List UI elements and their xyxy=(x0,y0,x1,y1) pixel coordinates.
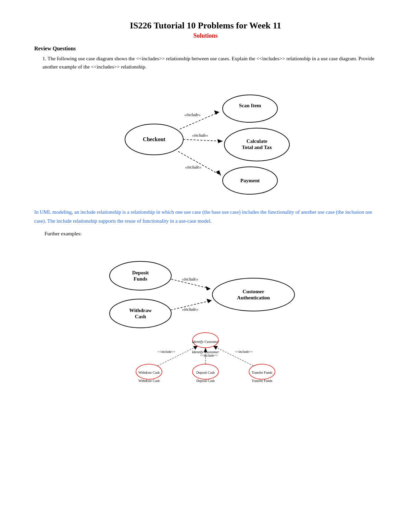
question-text: 1. The following use case diagram shows … xyxy=(42,54,377,71)
svg-text:Identify Customer: Identify Customer xyxy=(191,339,219,344)
svg-text:Cash: Cash xyxy=(135,314,146,319)
diagram2-container: Deposit Funds Withdraw Cash Customer Aut… xyxy=(34,245,377,389)
svg-text:«include»: «include» xyxy=(182,277,198,282)
svg-text:Deposit: Deposit xyxy=(132,270,149,275)
svg-marker-52 xyxy=(213,346,218,350)
svg-text:Payment: Payment xyxy=(240,178,260,183)
review-questions-heading: Review Questions xyxy=(34,46,377,52)
svg-text:Deposit Cash: Deposit Cash xyxy=(196,371,215,374)
svg-text:Checkout: Checkout xyxy=(143,136,165,142)
page-title: IS226 Tutorial 10 Problems for Week 11 xyxy=(34,21,377,31)
svg-text:<<include>>: <<include>> xyxy=(235,350,253,354)
diagram1-container: Checkout Scan Item Calculate Total and T… xyxy=(34,81,377,198)
svg-point-2 xyxy=(223,95,277,122)
svg-marker-31 xyxy=(207,299,212,303)
svg-point-24 xyxy=(212,278,295,311)
svg-line-45 xyxy=(158,346,198,366)
svg-text:Total and Tax: Total and Tax xyxy=(242,145,272,150)
svg-marker-16 xyxy=(216,170,221,175)
further-examples-label: Further examples: xyxy=(45,231,377,237)
svg-text:Withdraw Cash: Withdraw Cash xyxy=(138,371,160,374)
solutions-title: Solutions xyxy=(34,32,377,39)
svg-text:«include»: «include» xyxy=(185,165,201,170)
svg-text:«include»: «include» xyxy=(192,133,208,138)
svg-text:«include»: «include» xyxy=(182,307,198,312)
svg-text:Scan Item: Scan Item xyxy=(239,103,261,108)
explanation-text: In UML modeling, an include relationship… xyxy=(34,208,377,225)
svg-marker-28 xyxy=(206,286,211,290)
svg-text:«include»: «include» xyxy=(184,112,200,117)
svg-text:Withdraw: Withdraw xyxy=(129,308,152,313)
svg-text:Authentication: Authentication xyxy=(237,295,270,300)
svg-text:Funds: Funds xyxy=(134,276,147,282)
svg-text:<<include>>: <<include>> xyxy=(200,354,218,357)
svg-point-21 xyxy=(110,299,171,328)
svg-text:Transfer Funds: Transfer Funds xyxy=(252,371,273,374)
svg-marker-46 xyxy=(193,346,198,350)
svg-point-18 xyxy=(110,261,171,290)
svg-text:Transfer Funds: Transfer Funds xyxy=(252,379,273,383)
svg-text:Withdraw Cash: Withdraw Cash xyxy=(138,379,160,383)
svg-line-12 xyxy=(183,139,223,141)
svg-text:Calculate: Calculate xyxy=(247,138,267,144)
svg-text:Deposit Cash: Deposit Cash xyxy=(196,379,215,383)
svg-marker-13 xyxy=(217,139,223,143)
svg-line-15 xyxy=(178,151,221,175)
svg-text:<<include>>: <<include>> xyxy=(158,350,175,354)
svg-text:Customer: Customer xyxy=(242,289,264,294)
svg-line-51 xyxy=(213,346,253,366)
